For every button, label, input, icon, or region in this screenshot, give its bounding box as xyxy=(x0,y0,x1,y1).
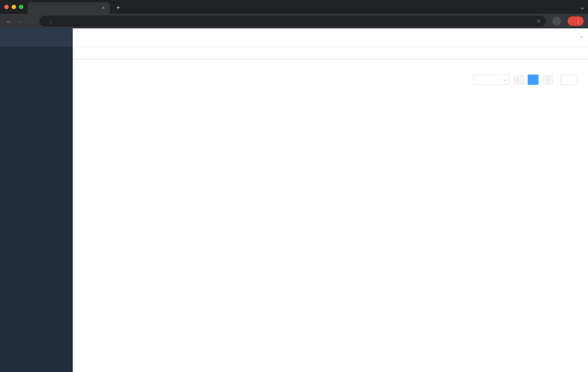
fullscreen-button[interactable] xyxy=(549,32,560,43)
incognito-badge xyxy=(552,17,564,25)
app-logo[interactable] xyxy=(0,28,73,47)
back-button[interactable]: ← xyxy=(4,16,15,27)
chevron-right-icon xyxy=(546,78,549,82)
browser-menu-kebab-icon[interactable]: ⋮ xyxy=(575,18,581,24)
tab-strip: × + xyxy=(0,0,588,14)
sidebar-toggle-button[interactable] xyxy=(73,28,91,47)
url-separator: | xyxy=(50,18,52,24)
app-root xyxy=(0,28,588,372)
chevron-left-icon xyxy=(517,78,520,82)
user-avatar[interactable] xyxy=(578,35,583,40)
bookmark-star-icon[interactable]: ☆ xyxy=(536,18,541,24)
page-size-select[interactable] xyxy=(473,75,509,85)
address-bar[interactable]: | ☆ xyxy=(39,16,546,27)
minimize-window-button[interactable] xyxy=(12,5,16,9)
update-button[interactable]: ⋮ xyxy=(568,16,584,26)
browser-tab[interactable]: × xyxy=(28,2,110,14)
current-page-button[interactable] xyxy=(528,75,538,85)
font-size-button[interactable] xyxy=(563,32,574,43)
reload-button[interactable] xyxy=(25,16,36,27)
new-tab-button[interactable]: + xyxy=(114,3,123,12)
tags-view xyxy=(73,47,588,59)
chevron-down-icon xyxy=(580,34,583,38)
prev-page-button[interactable] xyxy=(513,75,524,85)
forward-button[interactable]: → xyxy=(15,16,25,27)
zoom-window-button[interactable] xyxy=(19,5,23,9)
github-button[interactable] xyxy=(523,32,534,43)
browser-toolbar: ← → | ☆ ⋮ xyxy=(0,14,588,28)
close-window-button[interactable] xyxy=(4,5,9,9)
main-area xyxy=(73,28,588,372)
window-controls xyxy=(4,5,23,9)
goto-page-input[interactable] xyxy=(560,75,577,85)
browser-window: × + ← → | ☆ ⋮ xyxy=(0,0,588,372)
app-header xyxy=(73,28,588,47)
page-content xyxy=(73,59,588,372)
header-actions xyxy=(509,32,588,43)
chevron-down-icon xyxy=(503,77,506,81)
search-button[interactable] xyxy=(509,32,520,43)
next-page-button[interactable] xyxy=(542,75,553,85)
tab-close-icon[interactable]: × xyxy=(100,5,106,11)
tab-search-icon[interactable] xyxy=(581,4,584,11)
sidebar xyxy=(0,28,73,372)
pagination xyxy=(80,75,581,85)
help-button[interactable] xyxy=(536,32,547,43)
